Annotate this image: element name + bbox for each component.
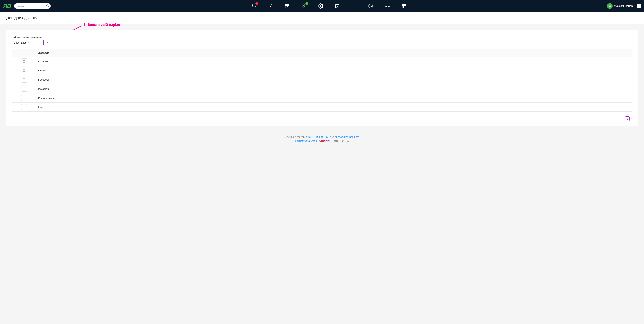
trash-icon — [23, 78, 26, 81]
table-header-source: Джерело — [36, 49, 632, 57]
support-email[interactable]: support@carbook.pro — [335, 136, 359, 138]
new-document-icon[interactable] — [268, 3, 273, 9]
page-title: Довідник джерел — [0, 12, 644, 24]
footer-years: 2015 - 2023 ® — [333, 140, 349, 142]
search-input[interactable] — [14, 3, 51, 9]
grid-icon[interactable] — [402, 3, 407, 9]
source-name-cell: Рекомендація — [36, 94, 632, 102]
delete-button[interactable] — [21, 58, 27, 64]
delete-button[interactable] — [21, 95, 27, 101]
user-name: Максим Іванов — [614, 4, 633, 8]
contact-card-icon[interactable] — [334, 3, 340, 9]
trash-icon — [23, 106, 26, 108]
source-name-cell: CarBook — [36, 57, 632, 66]
delete-button[interactable] — [21, 104, 27, 110]
avatar — [607, 3, 612, 9]
trash-icon — [23, 60, 26, 63]
wrench-icon[interactable]: 1 — [301, 3, 307, 9]
svg-point-0 — [46, 5, 48, 6]
svg-point-4 — [337, 6, 338, 6]
notification-badge: 2 — [256, 2, 258, 5]
main-content: 1. Ввести свій варіант 2. Натиснути дода… — [0, 24, 644, 133]
source-name-label: Найменування джерела — [12, 36, 632, 38]
trash-icon — [23, 88, 26, 90]
footer: Служба підтримки: +38(044) 389-3355 або … — [0, 133, 644, 147]
source-name-cell: Інше — [36, 102, 632, 112]
svg-rect-8 — [402, 4, 406, 8]
svg-point-7 — [388, 6, 388, 6]
footer-or: або — [330, 136, 334, 138]
sources-table: Джерело CarBookGoogleFacebookInstagramРе… — [12, 49, 632, 112]
pagination: < 1 > — [12, 116, 632, 121]
user-menu[interactable]: Максим Іванов — [607, 3, 641, 9]
wrench-badge: 1 — [306, 2, 308, 5]
table-row: Google — [12, 66, 632, 75]
svg-rect-3 — [336, 4, 339, 8]
source-name-input[interactable] — [12, 40, 44, 46]
page-number[interactable]: 1 — [625, 116, 630, 121]
svg-point-6 — [386, 6, 386, 6]
plus-icon — [46, 41, 49, 44]
source-name-cell: Facebook — [36, 75, 632, 84]
top-header: ЯB 2 1 — [0, 0, 644, 12]
next-page[interactable]: > — [631, 117, 632, 120]
table-row: CarBook — [12, 57, 632, 66]
search-icon[interactable] — [46, 4, 49, 8]
source-name-cell: Instagram — [36, 84, 632, 94]
calendar-check-icon[interactable] — [284, 3, 290, 9]
chart-icon[interactable] — [351, 3, 357, 9]
delete-button[interactable] — [21, 68, 27, 74]
notifications-icon[interactable]: 2 — [251, 3, 256, 9]
search-box — [14, 3, 51, 9]
prev-page[interactable]: < — [622, 117, 624, 120]
trash-icon — [23, 69, 26, 72]
table-row: Інше — [12, 102, 632, 112]
source-name-cell: Google — [36, 66, 632, 75]
logo[interactable]: ЯB — [3, 3, 11, 9]
apps-icon[interactable] — [636, 4, 641, 8]
dollar-icon[interactable] — [368, 3, 374, 9]
svg-point-9 — [609, 5, 610, 6]
car-icon[interactable] — [385, 3, 390, 9]
nav-icons: 2 1 — [54, 3, 604, 9]
support-label: Служба підтримки: — [285, 136, 307, 138]
carbook-logo: CAЯBOOK — [318, 140, 331, 142]
add-button[interactable] — [45, 40, 50, 46]
table-row: Instagram — [12, 84, 632, 94]
trash-icon — [23, 96, 26, 99]
table-row: Facebook — [12, 75, 632, 84]
table-header-action — [12, 49, 36, 57]
svg-rect-1 — [285, 4, 289, 8]
terms-link[interactable]: Користувача угода — [295, 140, 317, 142]
settings-icon[interactable] — [318, 3, 323, 9]
panel: Найменування джерела Джерело CarBookGoog… — [6, 30, 638, 126]
svg-point-2 — [320, 6, 321, 7]
delete-button[interactable] — [21, 77, 27, 82]
table-row: Рекомендація — [12, 94, 632, 102]
delete-button[interactable] — [21, 86, 27, 92]
support-phone[interactable]: +38(044) 389-3355 — [308, 136, 329, 138]
